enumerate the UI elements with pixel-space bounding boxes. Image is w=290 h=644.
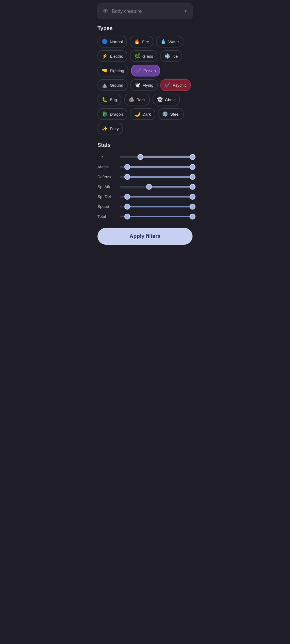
stat-row-spatk: Sp. Atk (97, 184, 193, 189)
ice-label: Ice (172, 54, 178, 58)
ghost-label: Ghost (165, 97, 176, 102)
slider-thumb-left-defense[interactable] (124, 174, 130, 180)
slider-total[interactable] (120, 216, 193, 217)
type-btn-electric[interactable]: ⚡Electric (97, 50, 127, 62)
slider-hp[interactable] (120, 156, 193, 158)
slider-thumb-left-spdef[interactable] (124, 194, 130, 200)
type-btn-flying[interactable]: 🕊️Flying (130, 79, 158, 91)
slider-thumb-left-total[interactable] (124, 214, 130, 219)
slider-defense[interactable] (120, 176, 193, 178)
stat-label-spdef: Sp. Def (97, 194, 116, 199)
creature-icon: 👁 (103, 8, 108, 15)
water-icon: 💧 (160, 39, 166, 45)
slider-thumb-right-hp[interactable] (190, 154, 195, 160)
grass-icon: 🌿 (134, 53, 140, 59)
type-btn-ghost[interactable]: 👻Ghost (153, 94, 180, 105)
ghost-icon: 👻 (157, 97, 163, 103)
slider-thumb-left-hp[interactable] (137, 154, 143, 160)
rock-icon: 🪨 (128, 97, 134, 103)
type-btn-rock[interactable]: 🪨Rock (124, 94, 150, 105)
slider-fill-defense (127, 176, 193, 178)
stat-label-attack: Attack (97, 164, 116, 169)
slider-fill-spatk (149, 186, 193, 188)
grass-label: Grass (142, 54, 153, 58)
slider-spdef[interactable] (120, 196, 193, 197)
rock-label: Rock (136, 97, 146, 102)
chevron-down-icon: ▼ (184, 9, 187, 13)
electric-icon: ⚡ (102, 53, 108, 59)
dropdown-placeholder: Body creature (112, 9, 142, 14)
slider-attack[interactable] (120, 166, 193, 168)
dark-icon: 🌙 (134, 111, 140, 117)
fire-label: Fire (142, 39, 149, 44)
slider-thumb-right-total[interactable] (190, 214, 195, 219)
body-creature-dropdown[interactable]: 👁 Body creature ▼ (97, 3, 193, 19)
slider-fill-spdef (127, 196, 193, 197)
stat-row-hp: HP (97, 155, 193, 159)
type-btn-dragon[interactable]: 🐉Dragon (97, 108, 127, 120)
slider-thumb-left-spatk[interactable] (146, 184, 152, 190)
type-btn-poison[interactable]: ✔️Poison (131, 65, 160, 76)
stat-row-defense: Defense (97, 174, 193, 179)
slider-speed[interactable] (120, 206, 193, 207)
slider-spatk[interactable] (120, 186, 193, 188)
stat-row-speed: Speed (97, 204, 193, 209)
slider-thumb-left-attack[interactable] (124, 164, 130, 170)
type-btn-normal[interactable]: 🔵Normal (97, 36, 127, 47)
ground-icon: ⛰️ (102, 82, 108, 88)
stat-row-spdef: Sp. Def (97, 194, 193, 199)
slider-thumb-right-spdef[interactable] (190, 194, 195, 200)
fairy-label: Fairy (110, 126, 119, 131)
flying-icon: 🕊️ (135, 82, 140, 88)
bug-icon: 🐛 (102, 97, 108, 103)
type-btn-dark[interactable]: 🌙Dark (130, 108, 155, 120)
poison-icon: ✔️ (135, 68, 141, 74)
type-btn-ground[interactable]: ⛰️Ground (97, 79, 128, 91)
fighting-label: Fighting (110, 68, 124, 73)
stat-label-speed: Speed (97, 204, 116, 209)
fire-icon: 🔥 (134, 39, 140, 45)
slider-thumb-right-attack[interactable] (190, 164, 195, 170)
ice-icon: ❄️ (164, 53, 170, 59)
slider-fill-total (127, 216, 193, 217)
type-btn-fairy[interactable]: ✨Fairy (97, 123, 123, 134)
dragon-icon: 🐉 (102, 111, 108, 117)
slider-fill-attack (127, 166, 193, 168)
dragon-label: Dragon (110, 112, 123, 116)
type-btn-fighting[interactable]: 🤜Fighting (97, 65, 128, 76)
stat-label-total: Total (97, 214, 116, 219)
slider-thumb-left-speed[interactable] (124, 204, 130, 210)
stat-row-attack: Attack (97, 164, 193, 169)
slider-fill-speed (127, 206, 193, 207)
type-btn-psychic[interactable]: ✔️Psychic (160, 79, 191, 91)
water-label: Water (168, 39, 179, 44)
type-btn-ice[interactable]: ❄️Ice (160, 50, 182, 62)
psychic-icon: ✔️ (165, 82, 171, 88)
steel-icon: ⚙️ (162, 111, 168, 117)
type-btn-fire[interactable]: 🔥Fire (130, 36, 153, 47)
stat-label-spatk: Sp. Atk (97, 184, 116, 189)
slider-fill-hp (140, 156, 193, 158)
fairy-icon: ✨ (102, 126, 108, 131)
type-btn-grass[interactable]: 🌿Grass (130, 50, 157, 62)
slider-thumb-right-speed[interactable] (190, 204, 195, 210)
type-btn-steel[interactable]: ⚙️Steel (158, 108, 184, 120)
flying-label: Flying (143, 83, 153, 87)
type-btn-water[interactable]: 💧Water (156, 36, 183, 47)
normal-icon: 🔵 (102, 39, 108, 45)
stats-container: HPAttackDefenseSp. AtkSp. DefSpeedTotal (97, 155, 193, 219)
bug-label: Bug (110, 97, 117, 102)
stat-label-hp: HP (97, 155, 116, 159)
apply-filters-button[interactable]: Apply filters (97, 228, 193, 245)
stat-label-defense: Defense (97, 174, 116, 179)
electric-label: Electric (110, 54, 123, 58)
normal-label: Normal (110, 39, 123, 44)
psychic-label: Psychic (173, 83, 187, 87)
ground-label: Ground (110, 83, 123, 87)
dark-label: Dark (142, 112, 151, 116)
poison-label: Poison (143, 68, 156, 73)
type-btn-bug[interactable]: 🐛Bug (97, 94, 121, 105)
stat-row-total: Total (97, 214, 193, 219)
slider-thumb-right-spatk[interactable] (190, 184, 195, 190)
slider-thumb-right-defense[interactable] (190, 174, 195, 180)
